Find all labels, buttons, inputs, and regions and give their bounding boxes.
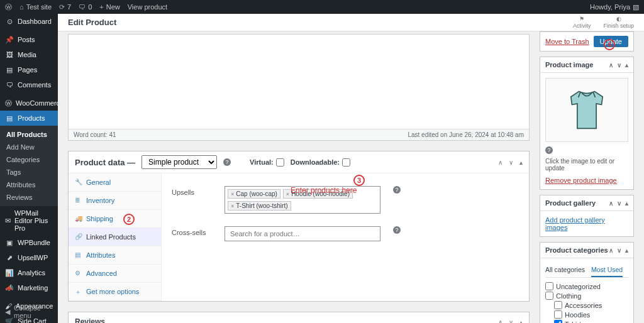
remove-tag-icon[interactable]: ×	[231, 203, 234, 209]
move-down-icon[interactable]: ∨	[617, 200, 621, 207]
sidebar-item-media[interactable]: 🖼Media	[0, 47, 58, 62]
update-button[interactable]: Update	[594, 36, 628, 47]
new-link[interactable]: +New	[99, 3, 119, 11]
remove-tag-icon[interactable]: ×	[286, 191, 289, 197]
sidebar-item-posts[interactable]: 📌Posts	[0, 32, 58, 47]
cat-label: Accessories	[565, 302, 602, 309]
downloadable-label: Downloadable:	[291, 158, 340, 166]
sub-reviews[interactable]: Reviews	[0, 191, 58, 204]
remove-product-image-link[interactable]: Remove product image	[545, 177, 617, 184]
tab-shipping[interactable]: 🚚Shipping	[69, 210, 161, 228]
toggle-icon[interactable]: ▴	[625, 62, 628, 68]
comment-icon: 🗨	[5, 80, 14, 89]
editor-textarea[interactable]	[69, 35, 529, 129]
add-gallery-images-link[interactable]: Add product gallery images	[545, 216, 605, 231]
product-type-select[interactable]: Simple product	[142, 155, 217, 169]
page-icon: ▤	[5, 65, 14, 74]
toggle-icon[interactable]: ▴	[625, 200, 628, 207]
sub-attributes[interactable]: Attributes	[0, 178, 58, 191]
sidebar-item-comments[interactable]: 🗨Comments	[0, 77, 58, 92]
upsell-tag[interactable]: ×Cap (woo-cap)	[228, 189, 280, 199]
pin-icon: 📌	[5, 35, 14, 44]
collapse-menu[interactable]: ◀Collapse menu	[0, 300, 58, 323]
categories-tab-all[interactable]: All categories	[545, 263, 585, 277]
product-data-tabs: 🔧General ≣Inventory 🚚Shipping 🔗Linked Pr…	[69, 173, 162, 301]
tab-more-options[interactable]: ＋Get more options	[69, 283, 161, 301]
refresh-icon: ⟳	[59, 3, 65, 11]
activity-button[interactable]: ⚑Activity	[573, 16, 591, 29]
move-up-icon[interactable]: ∧	[498, 319, 502, 324]
move-to-trash-link[interactable]: Move to Trash	[545, 38, 589, 45]
comment-icon: 🗨	[79, 3, 86, 11]
virtual-checkbox[interactable]	[276, 158, 284, 167]
finish-setup-button[interactable]: ◐Finish setup	[603, 16, 634, 29]
move-down-icon[interactable]: ∨	[509, 159, 513, 166]
tab-linked-products[interactable]: 🔗Linked Products	[69, 228, 161, 246]
sub-add-new[interactable]: Add New	[0, 141, 58, 153]
sidebar-item-upsellwp[interactable]: ⬈UpsellWP	[0, 250, 58, 265]
cat-label: Tshirts	[565, 320, 585, 324]
upsell-tag[interactable]: ×Hoodie (woo-hoodie)	[283, 189, 353, 199]
updates-link[interactable]: ⟳7	[59, 3, 71, 11]
cat-hoodies-checkbox[interactable]	[554, 310, 562, 319]
move-up-icon[interactable]: ∧	[498, 159, 502, 166]
wp-logo-icon[interactable]: ⓦ	[5, 3, 12, 12]
products-submenu: All Products Add New Categories Tags Att…	[0, 126, 58, 206]
tab-advanced[interactable]: ⚙Advanced	[69, 265, 161, 283]
greeting[interactable]: Howdy, Priya ▧	[590, 3, 639, 11]
sub-categories[interactable]: Categories	[0, 153, 58, 166]
site-link[interactable]: ⌂Test site	[19, 3, 52, 11]
megaphone-icon: 📣	[5, 283, 14, 292]
sub-all-products[interactable]: All Products	[0, 128, 58, 141]
downloadable-checkbox[interactable]	[342, 158, 350, 167]
sidebar-item-pages[interactable]: ▤Pages	[0, 62, 58, 77]
view-product-link[interactable]: View product	[128, 3, 167, 11]
sidebar-item-analytics[interactable]: 📊Analytics	[0, 265, 58, 280]
categories-tab-most-used[interactable]: Most Used	[591, 263, 623, 277]
linked-products-panel: Upsells ×Cap (woo-cap) ×Hoodie (woo-hood…	[162, 173, 529, 301]
product-image-thumbnail[interactable]	[545, 78, 628, 142]
move-up-icon[interactable]: ∧	[609, 62, 613, 68]
reviews-heading: Reviews	[75, 317, 105, 323]
sub-tags[interactable]: Tags	[0, 166, 58, 178]
woo-icon: ⓦ	[5, 99, 12, 107]
cat-clothing-checkbox[interactable]	[545, 292, 553, 300]
toggle-icon[interactable]: ▴	[519, 319, 523, 324]
sidebar-item-products[interactable]: ▤Products	[0, 111, 58, 126]
tab-attributes[interactable]: ▤Attributes	[69, 246, 161, 265]
help-icon[interactable]: ?	[223, 158, 231, 166]
products-icon: ▤	[5, 114, 14, 123]
flag-icon: ⚑	[579, 16, 584, 22]
move-up-icon[interactable]: ∧	[609, 247, 613, 254]
plus-icon: ＋	[75, 288, 82, 295]
help-icon[interactable]: ?	[393, 186, 401, 194]
avatar-icon: ▧	[633, 3, 639, 11]
tab-inventory[interactable]: ≣Inventory	[69, 192, 161, 210]
remove-tag-icon[interactable]: ×	[231, 191, 234, 197]
upsell-tag[interactable]: ×T-Shirt (woo-tshirt)	[228, 201, 291, 211]
help-icon[interactable]: ?	[545, 146, 553, 154]
tab-general[interactable]: 🔧General	[69, 173, 161, 192]
crosssells-input[interactable]	[225, 226, 380, 241]
sidebar-item-wpmail[interactable]: ✉WPMail Editor Plus Pro	[0, 206, 58, 235]
move-up-icon[interactable]: ∧	[609, 200, 613, 207]
cat-tshirts-checkbox[interactable]	[554, 320, 562, 323]
sidebar-item-dashboard[interactable]: ⊙Dashboard	[0, 14, 58, 29]
move-down-icon[interactable]: ∨	[617, 62, 621, 68]
sidebar-item-wpbundle[interactable]: ▣WPBundle	[0, 235, 58, 250]
collapse-icon: ◀	[5, 308, 10, 316]
comments-link[interactable]: 🗨0	[79, 3, 92, 11]
toggle-icon[interactable]: ▴	[519, 159, 523, 166]
list-icon: ≣	[75, 197, 82, 204]
help-icon[interactable]: ?	[393, 226, 401, 234]
editor-shell: Word count: 41 Last edited on June 26, 2…	[68, 34, 530, 141]
sidebar-item-marketing[interactable]: 📣Marketing	[0, 280, 58, 295]
cat-accessories-checkbox[interactable]	[554, 301, 562, 309]
cat-uncategorized-checkbox[interactable]	[545, 282, 553, 290]
upsells-input[interactable]: ×Cap (woo-cap) ×Hoodie (woo-hoodie) ×T-S…	[225, 186, 380, 214]
gauge-icon: ◐	[616, 16, 621, 22]
move-down-icon[interactable]: ∨	[509, 319, 513, 324]
sidebar-item-woocommerce[interactable]: ⓦWooCommerce	[0, 96, 58, 111]
toggle-icon[interactable]: ▴	[625, 247, 628, 254]
move-down-icon[interactable]: ∨	[617, 247, 621, 254]
